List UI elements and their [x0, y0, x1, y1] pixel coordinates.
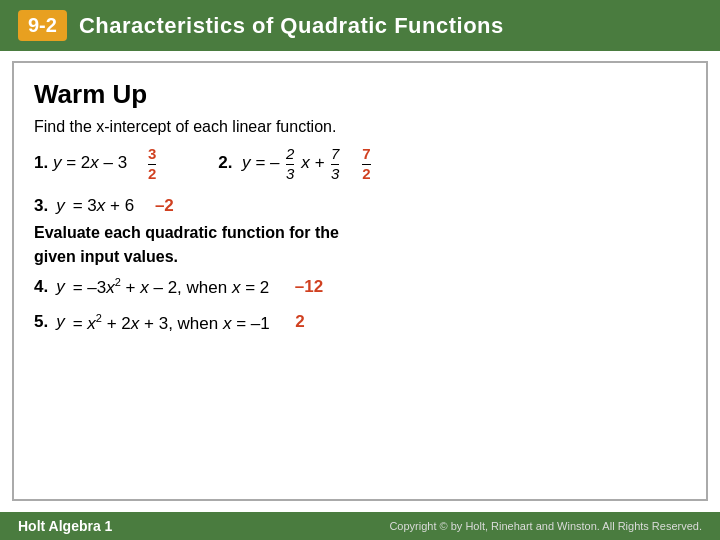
footer-copyright: Copyright © by Holt, Rinehart and Winsto… [389, 520, 702, 532]
problem-4-num: 4. [34, 277, 48, 297]
evaluate-instruction-2: given input values. [34, 248, 686, 266]
problem-2: 2. y = – 2 3 x + 7 3 7 2 [218, 146, 372, 182]
problem-3-eq-rest: = 3x + 6 [73, 196, 134, 216]
footer-publisher: Holt Algebra 1 [18, 518, 112, 534]
problem-1-answer: 3 2 [146, 153, 158, 172]
evaluate-instruction-1: Evaluate each quadratic function for the [34, 224, 686, 242]
problem-3-answer: –2 [155, 196, 174, 216]
problem-3-num: 3. [34, 196, 48, 216]
problem-3: 3. y = 3x + 6 –2 [34, 196, 686, 216]
problem-5-equation: = x2 + 2x + 3, when x = –1 [73, 312, 270, 334]
problem-2-num: 2. [218, 153, 232, 172]
problem-2-equation: y = – 2 3 x + 7 3 [237, 153, 346, 172]
page-footer: Holt Algebra 1 Copyright © by Holt, Rine… [0, 512, 720, 540]
problem-5-eq-y: y [56, 312, 65, 332]
problem-1-equation: y [53, 153, 66, 172]
warmup-title: Warm Up [34, 79, 686, 110]
problem-1: 1. y = 2x – 3 3 2 [34, 146, 158, 182]
problem-4-answer: –12 [295, 277, 323, 297]
problem-2-answer: 7 2 [360, 153, 372, 172]
content-area: Warm Up Find the x-intercept of each lin… [12, 61, 708, 501]
problem-4-eq-y: y [56, 277, 65, 297]
page-header: 9-2 Characteristics of Quadratic Functio… [0, 0, 720, 51]
problem-1-num: 1. [34, 153, 48, 172]
problem-3-equation: y [56, 196, 65, 216]
warmup-subtitle: Find the x-intercept of each linear func… [34, 118, 686, 136]
problem-4-equation: = –3x2 + x – 2, when x = 2 [73, 276, 270, 298]
page-title: Characteristics of Quadratic Functions [79, 13, 504, 39]
problems-row-1-2: 1. y = 2x – 3 3 2 2. y = – 2 3 x + [34, 146, 686, 182]
section-badge: 9-2 [18, 10, 67, 41]
problem-5-num: 5. [34, 312, 48, 332]
problem-5: 5. y = x2 + 2x + 3, when x = –1 2 [34, 312, 686, 334]
problem-4: 4. y = –3x2 + x – 2, when x = 2 –12 [34, 276, 686, 298]
problem-5-answer: 2 [295, 312, 304, 332]
